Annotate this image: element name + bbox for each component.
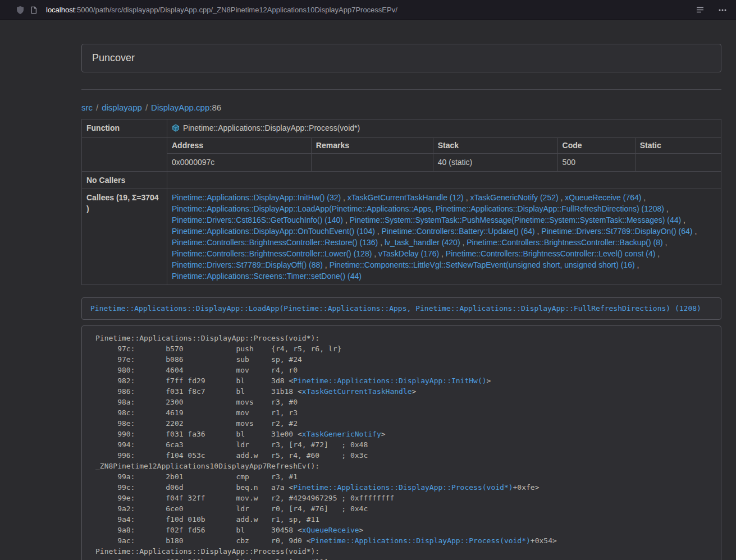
col-header-stack: Stack (433, 138, 557, 154)
callee-link[interactable]: vTaskDelay (176) (378, 249, 439, 258)
table-row: Function Pinetime::Applications::Display… (82, 120, 721, 138)
callee-link[interactable]: Pinetime::Components::LittleVgl::SetNewT… (330, 260, 635, 269)
cell-code: 500 (557, 154, 635, 172)
callee-separator: , (655, 249, 660, 258)
callee-link[interactable]: Pinetime::Applications::DisplayApp::Load… (172, 204, 664, 213)
breadcrumb: src/displayapp/DisplayApp.cpp:86 (81, 102, 721, 113)
url-host: localhost (46, 6, 75, 14)
callee-separator: , (535, 227, 542, 236)
function-icon (172, 123, 180, 135)
snippet-heading-panel: Pinetime::Applications::DisplayApp::Load… (81, 297, 721, 320)
col-header-address: Address (167, 138, 311, 154)
stats-table: Address Remarks Stack Code Static 0x0000… (167, 138, 721, 171)
url-path: :5000/path/src/displayapp/DisplayApp.cpp… (75, 6, 397, 14)
table-row: No Callers (82, 172, 721, 189)
code-symbol-link[interactable]: Pinetime::Applications::DisplayApp::Proc… (293, 483, 513, 492)
breadcrumb-line-number: :86 (209, 103, 221, 112)
callee-separator: , (323, 260, 330, 269)
no-callers-label: No Callers (82, 172, 167, 189)
callee-separator: , (439, 249, 446, 258)
divider (81, 89, 721, 90)
callee-separator: , (464, 193, 470, 202)
callee-link[interactable]: Pinetime::Controllers::BrightnessControl… (446, 249, 655, 258)
callee-link[interactable]: Pinetime::Controllers::BrightnessControl… (172, 238, 378, 247)
col-header-code: Code (557, 138, 635, 154)
callee-separator: , (664, 204, 669, 213)
stats-row-label (82, 138, 167, 172)
callee-link[interactable]: xTaskGenericNotify (252) (470, 193, 558, 202)
callee-link[interactable]: Pinetime::Drivers::St7789::DisplayOn() (… (541, 227, 692, 236)
callee-link[interactable]: Pinetime::Drivers::St7789::DisplayOff() … (172, 260, 323, 269)
callee-link[interactable]: lv_task_handler (420) (385, 238, 460, 247)
cell-stack: 40 (static) (433, 154, 557, 172)
callee-separator: , (693, 227, 697, 236)
breadcrumb-separator: / (145, 103, 148, 112)
function-row-label: Function (82, 120, 167, 138)
callee-separator: , (341, 193, 348, 202)
callee-separator: , (372, 249, 378, 258)
breadcrumb-link-displayapp[interactable]: displayapp (102, 103, 142, 112)
table-row: Address Remarks Stack Code Static (167, 138, 721, 154)
browser-toolbar: localhost:5000/path/src/displayapp/Displ… (0, 0, 736, 20)
stats-cell: Address Remarks Stack Code Static 0x0000… (167, 138, 721, 172)
snippet-symbol-link[interactable]: Pinetime::Applications::DisplayApp::Load… (90, 304, 701, 313)
table-row: Address Remarks Stack Code Static 0x0000… (82, 138, 721, 172)
page-title: Puncover (92, 52, 135, 64)
url-bar[interactable]: localhost:5000/path/src/displayapp/Displ… (46, 6, 693, 14)
menu-icon[interactable] (716, 3, 729, 17)
callee-link[interactable]: Pinetime::Controllers::BrightnessControl… (467, 238, 662, 247)
code-symbol-link[interactable]: xQueueReceive (302, 526, 359, 534)
callee-separator: , (559, 193, 565, 202)
page-info-icon[interactable] (27, 3, 40, 17)
callee-separator: , (378, 238, 385, 247)
function-name-cell: Pinetime::Applications::DisplayApp::Proc… (167, 120, 721, 138)
callees-list: Pinetime::Applications::DisplayApp::Init… (167, 189, 721, 285)
reader-view-icon[interactable] (693, 3, 707, 17)
table-row: Callees (19, Σ=3704 ) Pinetime::Applicat… (82, 189, 721, 285)
code-symbol-link[interactable]: Pinetime::Applications::DisplayApp::Init… (293, 377, 486, 385)
callee-separator: , (343, 215, 350, 224)
callee-link[interactable]: Pinetime::Applications::DisplayApp::Init… (172, 193, 341, 202)
code-symbol-link[interactable]: xTaskGenericNotify (302, 430, 381, 438)
cell-static (635, 154, 721, 172)
cell-remarks (311, 154, 433, 172)
code-symbol-link[interactable]: Pinetime::Applications::DisplayApp::Proc… (311, 536, 531, 545)
callee-link[interactable]: Pinetime::System::SystemTask::PushMessag… (350, 215, 682, 224)
function-table: Function Pinetime::Applications::Display… (81, 119, 721, 285)
callee-link[interactable]: Pinetime::Applications::DisplayApp::OnTo… (172, 227, 375, 236)
breadcrumb-link-file[interactable]: DisplayApp.cpp (151, 103, 209, 112)
callee-link[interactable]: Pinetime::Controllers::BrightnessControl… (172, 249, 372, 258)
table-row: 0x0000097c 40 (static) 500 (167, 154, 721, 172)
page-content: Puncover src/displayapp/DisplayApp.cpp:8… (81, 20, 721, 560)
callee-separator: , (460, 238, 467, 247)
callees-label: Callees (19, Σ=3704 ) (82, 189, 167, 285)
code-symbol-link[interactable]: xTaskGetCurrentTaskHandle (302, 387, 412, 396)
callee-separator: , (635, 260, 639, 269)
callee-link[interactable]: xQueueReceive (764) (565, 193, 641, 202)
puncover-header-panel: Puncover (81, 44, 721, 72)
function-name: Pinetime::Applications::DisplayApp::Proc… (183, 123, 360, 132)
disassembly-panel: Pinetime::Applications::DisplayApp::Proc… (81, 325, 721, 560)
breadcrumb-separator: / (96, 103, 98, 112)
callee-link[interactable]: Pinetime::Drivers::Cst816S::GetTouchInfo… (172, 215, 343, 224)
callee-separator: , (641, 193, 646, 202)
shield-icon[interactable] (13, 3, 27, 17)
code-block: Pinetime::Applications::DisplayApp::Proc… (90, 328, 713, 560)
breadcrumb-link-src[interactable]: src (81, 103, 93, 112)
callers-cell (167, 172, 721, 189)
callee-link[interactable]: Pinetime::Applications::Screens::Timer::… (172, 272, 362, 281)
callee-separator: , (663, 238, 668, 247)
callee-link[interactable]: xTaskGetCurrentTaskHandle (12) (348, 193, 464, 202)
col-header-remarks: Remarks (311, 138, 433, 154)
callee-separator: , (375, 227, 382, 236)
col-header-static: Static (635, 138, 721, 154)
callee-link[interactable]: Pinetime::Controllers::Battery::Update()… (382, 227, 535, 236)
cell-address: 0x0000097c (167, 154, 311, 172)
callee-separator: , (681, 215, 685, 224)
